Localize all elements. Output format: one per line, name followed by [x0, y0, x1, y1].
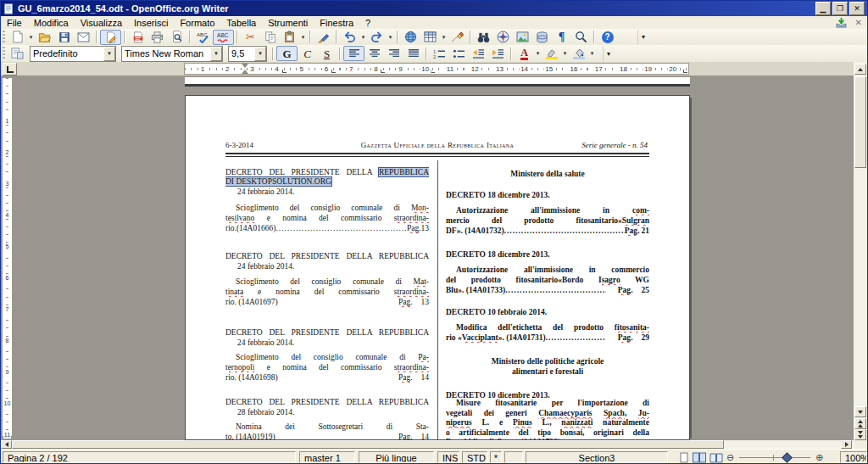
horizontal-ruler[interactable]: 1234567891011121314151617181920 [184, 63, 689, 75]
zoom-button[interactable] [571, 30, 591, 45]
single-page-view-icon[interactable] [679, 452, 689, 463]
status-section[interactable]: Section3 [526, 451, 668, 463]
status-modified-flag[interactable]: * [490, 451, 502, 463]
menu-visualizza[interactable]: Visualizza [75, 17, 128, 29]
increase-indent-button[interactable] [488, 46, 508, 61]
standard-toolbar-overflow[interactable]: ▾ [637, 30, 648, 44]
highlighting-dropdown[interactable]: ▾ [561, 46, 569, 61]
bullet-list-button[interactable] [449, 46, 469, 61]
insert-table-button[interactable] [420, 30, 440, 45]
minimize-button[interactable]: ▁ [815, 2, 831, 15]
auto-spellcheck-button[interactable]: ABC [213, 30, 234, 45]
open-button[interactable] [35, 30, 54, 45]
scroll-left-button[interactable] [1, 440, 12, 449]
multi-page-view-icon[interactable] [693, 452, 706, 463]
restore-button[interactable]: ❐ [832, 2, 848, 15]
gallery-button[interactable] [513, 30, 532, 45]
status-page-style[interactable]: master 1 [299, 451, 355, 463]
font-color-button[interactable]: A [515, 46, 534, 61]
close-button[interactable]: ✕ [849, 2, 865, 15]
font-size-dropdown[interactable]: ▾ [254, 47, 266, 61]
find-replace-button[interactable] [474, 30, 493, 45]
vertical-scrollbar-thumb[interactable] [854, 76, 866, 168]
menu-finestra[interactable]: Finestra [314, 17, 359, 29]
horizontal-scrollbar-thumb[interactable] [12, 440, 724, 449]
numbered-list-button[interactable]: 1.2. [430, 46, 449, 61]
menu-file[interactable]: File [1, 17, 28, 29]
undo-dropdown[interactable]: ▾ [359, 30, 367, 45]
paste-dropdown[interactable]: ▾ [299, 30, 307, 45]
undo-button[interactable] [340, 30, 359, 45]
save-button[interactable] [54, 30, 74, 45]
background-color-dropdown[interactable]: ▾ [588, 46, 596, 61]
toolbar-grip[interactable] [3, 47, 5, 60]
status-insert-mode[interactable]: INS [437, 451, 459, 463]
bold-button[interactable]: G [276, 46, 298, 61]
indent-marker[interactable] [242, 64, 248, 74]
decrease-indent-button[interactable] [469, 46, 488, 61]
export-pdf-button[interactable] [128, 30, 147, 45]
font-size-input[interactable] [229, 48, 254, 59]
styles-button[interactable] [8, 46, 27, 61]
menu-formato[interactable]: Formato [174, 17, 220, 29]
tab-type-selector[interactable] [3, 63, 17, 75]
menu-modifica[interactable]: Modifica [28, 17, 75, 29]
close-document-icon[interactable]: ✕ [855, 19, 862, 27]
highlighting-button[interactable] [542, 46, 561, 61]
status-selection-mode[interactable]: STD [462, 451, 487, 463]
underline-button[interactable]: S [317, 46, 337, 61]
justify-button[interactable] [403, 46, 423, 61]
horizontal-scrollbar[interactable] [1, 440, 855, 449]
edit-file-button[interactable] [100, 30, 121, 45]
zoom-in-icon[interactable]: ⊕ [815, 452, 823, 463]
vertical-scrollbar[interactable] [854, 62, 867, 440]
copy-button[interactable] [260, 30, 280, 45]
redo-button[interactable] [367, 30, 387, 45]
font-name-input[interactable] [122, 48, 210, 59]
menu-tabella[interactable]: Tabella [220, 17, 262, 29]
scroll-up-button[interactable] [854, 64, 866, 75]
draw-functions-button[interactable] [448, 30, 467, 45]
document-page[interactable]: 6-3-2014 Gazzetta Ufficiale della Repubb… [185, 95, 690, 440]
email-button[interactable] [74, 30, 93, 45]
status-signature[interactable] [504, 451, 523, 463]
cut-button[interactable]: ✂ [241, 30, 260, 45]
previous-page-button[interactable] [854, 418, 866, 429]
menu-strumenti[interactable]: Strumenti [262, 17, 314, 29]
status-page-count[interactable]: Pagina 2 / 192 [3, 451, 296, 463]
new-document-dropdown[interactable]: ▾ [27, 30, 35, 45]
font-name-dropdown[interactable]: ▾ [210, 47, 222, 61]
new-document-button[interactable] [8, 30, 27, 45]
background-color-button[interactable] [569, 46, 588, 61]
menu-inserisci[interactable]: Inserisci [128, 17, 174, 29]
zoom-slider-track[interactable] [739, 457, 810, 458]
page-preview-button[interactable] [167, 30, 186, 45]
status-zoom-level[interactable]: 100% [840, 451, 867, 463]
redo-dropdown[interactable]: ▾ [387, 30, 394, 45]
zoom-slider-thumb[interactable] [782, 452, 793, 463]
next-page-button[interactable] [854, 429, 866, 440]
toolbar-grip[interactable] [3, 31, 5, 43]
print-button[interactable] [147, 30, 167, 45]
paste-button[interactable] [280, 30, 299, 45]
align-center-button[interactable] [364, 46, 384, 61]
menu-help[interactable]: ? [359, 17, 376, 29]
nonprinting-characters-button[interactable]: ¶ [552, 30, 571, 45]
font-color-dropdown[interactable]: ▾ [534, 46, 542, 61]
formatting-toolbar-overflow[interactable]: ▾ [603, 47, 614, 61]
book-view-icon[interactable] [709, 452, 723, 463]
status-language[interactable]: Più lingue [359, 451, 434, 463]
selected-text[interactable]: REPUBBLICA [379, 168, 429, 176]
format-paintbrush-button[interactable] [314, 30, 333, 45]
align-left-button[interactable] [343, 46, 364, 61]
italic-button[interactable]: C [298, 46, 317, 61]
scroll-right-button[interactable] [841, 440, 852, 449]
spellcheck-button[interactable]: ABC [193, 30, 213, 45]
paragraph-style-dropdown[interactable]: ▾ [103, 47, 115, 61]
hyperlink-button[interactable] [401, 30, 420, 45]
vertical-ruler[interactable]: 1234567891011 [2, 77, 13, 437]
update-available-icon[interactable] [836, 18, 847, 28]
align-right-button[interactable] [384, 46, 403, 61]
help-button[interactable]: ? [598, 30, 617, 45]
data-sources-button[interactable] [532, 30, 552, 45]
